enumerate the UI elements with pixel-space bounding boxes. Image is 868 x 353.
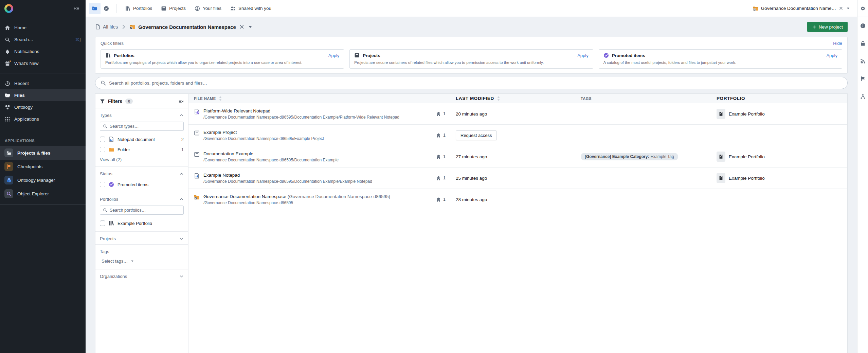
tab-your-files[interactable]: Your files: [190, 0, 226, 17]
select-tags-dropdown[interactable]: Select tags…: [95, 255, 188, 269]
sidebar-item-home[interactable]: Home: [0, 22, 86, 34]
tab-portfolios[interactable]: Portfolios: [121, 0, 157, 17]
files-view-button[interactable]: [89, 3, 101, 14]
file-name-link[interactable]: Governance Documentation Namespace (Gove…: [203, 194, 390, 199]
search-icon: [6, 191, 12, 196]
new-project-button[interactable]: New project: [807, 22, 848, 32]
filter-option-notepad-document[interactable]: Notepad document 2: [95, 134, 188, 144]
portfolio-link[interactable]: Example Portfolio: [717, 152, 847, 162]
folder-icon: [92, 6, 97, 11]
sidebar-app-object-explorer[interactable]: Object Explorer: [0, 187, 86, 200]
column-header-last-modified[interactable]: LAST MODIFIED: [456, 96, 581, 101]
types-search-input[interactable]: [110, 124, 181, 129]
portfolio-link[interactable]: Example Portfolio: [717, 109, 847, 119]
filter-section-organizations[interactable]: Organizations: [95, 269, 188, 282]
sidebar-app-checkpoints[interactable]: Checkpoints: [0, 160, 86, 173]
filter-section-status[interactable]: Status: [95, 167, 188, 179]
request-access-button[interactable]: Request access: [456, 130, 497, 140]
tab-shared-with-you[interactable]: Shared with you: [226, 0, 276, 17]
collapse-filters-icon[interactable]: [179, 99, 184, 104]
sidebar-item-ontology[interactable]: Ontology: [0, 101, 86, 113]
breadcrumb-current[interactable]: Governance Documentation Namespace: [129, 24, 236, 30]
quick-filter-card-projects[interactable]: Projects Apply Projects are secure conta…: [349, 49, 593, 69]
approvals-button[interactable]: [101, 3, 112, 14]
quick-filter-card-promoted[interactable]: Promoted items Apply A catalog of the mo…: [599, 49, 842, 69]
sidebar-item-label: Recent: [14, 81, 29, 86]
table-row[interactable]: Platform-Wide Relevant Notepad /Governan…: [188, 103, 847, 125]
tab-label: Shared with you: [238, 6, 271, 11]
global-search-bar[interactable]: [95, 77, 848, 89]
chevron-up-icon: [179, 172, 184, 176]
column-header-file-name[interactable]: FILE NAME: [188, 96, 436, 101]
file-name-link[interactable]: Documentation Example: [203, 151, 339, 156]
close-icon[interactable]: [239, 24, 245, 30]
quick-filter-card-portfolios[interactable]: Portfolios Apply Portfolios are grouping…: [101, 49, 344, 69]
apply-link[interactable]: Apply: [328, 53, 340, 58]
table-row[interactable]: Governance Documentation Namespace (Gove…: [188, 189, 847, 210]
sidebar-app-ontology-manager[interactable]: Ontology Manager: [0, 173, 86, 187]
clear-icon[interactable]: [839, 6, 843, 11]
table-row[interactable]: Example Project /Governance Documentatio…: [188, 125, 847, 146]
filter-option-folder[interactable]: Folder 1: [95, 144, 188, 155]
sidebar-item-files[interactable]: Files: [0, 89, 86, 101]
gear-icon[interactable]: [860, 6, 866, 11]
apply-link[interactable]: Apply: [826, 53, 837, 58]
types-search[interactable]: [100, 122, 184, 131]
filter-section-projects[interactable]: Projects: [95, 232, 188, 244]
checkbox[interactable]: [100, 182, 105, 187]
column-header-tags: TAGS: [581, 96, 717, 101]
search-input[interactable]: [109, 81, 842, 86]
foundry-logo-icon[interactable]: [4, 4, 13, 13]
promoted-badge-icon: [603, 53, 609, 58]
checkpoints-rail-button[interactable]: [857, 70, 868, 88]
lineage-rail-button[interactable]: [857, 88, 868, 105]
checkbox[interactable]: [100, 220, 105, 226]
book-icon: [719, 154, 723, 159]
caret-down-icon[interactable]: [846, 6, 850, 11]
hide-quick-filters-link[interactable]: Hide: [833, 41, 842, 46]
card-description: Portfolios are groupings of projects whi…: [105, 60, 339, 65]
sidebar-item-recent[interactable]: Recent: [0, 77, 86, 89]
sort-icon[interactable]: [496, 96, 501, 101]
table-header-row: FILE NAME LAST MODIFIED TAGS PORTFOLIO: [188, 94, 847, 103]
checkbox[interactable]: [100, 147, 105, 152]
tab-projects[interactable]: Projects: [157, 0, 190, 17]
caret-down-icon: [130, 259, 134, 263]
filter-section-types[interactable]: Types: [95, 108, 188, 121]
browser-panel: Filters 0 Types Notepad document 2: [95, 93, 848, 353]
breadcrumb-all-files[interactable]: All files: [95, 24, 118, 30]
view-all-link[interactable]: View all (2): [95, 155, 188, 166]
portfolios-search[interactable]: [100, 206, 184, 215]
building-icon: [436, 111, 441, 117]
checkbox[interactable]: [100, 137, 105, 142]
sidebar-item-whats-new[interactable]: What's New: [0, 57, 86, 69]
sidebar-item-notifications[interactable]: Notifications: [0, 46, 86, 57]
sidebar-item-applications[interactable]: Applications: [0, 113, 86, 125]
namespace-selector[interactable]: Governance Documentation Name…: [753, 6, 852, 11]
file-name-link[interactable]: Example Project: [203, 130, 324, 135]
portfolios-search-input[interactable]: [110, 208, 181, 213]
sidebar-app-projects-files[interactable]: Projects & files: [0, 146, 86, 160]
top-toolbar: Portfolios Projects Your files Shared wi…: [86, 0, 857, 17]
sidebar-collapse-icon[interactable]: [74, 6, 79, 11]
file-name-link[interactable]: Platform-Wide Relevant Notepad: [203, 108, 399, 113]
filter-option-promoted-items[interactable]: Promoted items: [95, 179, 188, 192]
sidebar-item-label: Search…: [14, 37, 33, 42]
sort-icon[interactable]: [218, 96, 223, 101]
file-name-link[interactable]: Example Notepad: [203, 173, 372, 178]
filter-section-portfolios[interactable]: Portfolios: [95, 192, 188, 205]
file-path: /Governance Documentation Namespace-d865…: [203, 158, 339, 162]
table-row[interactable]: Example Notepad /Governance Documentatio…: [188, 167, 847, 189]
info-rail-button[interactable]: [857, 17, 868, 35]
portfolio-tile: [717, 109, 725, 119]
table-row[interactable]: Documentation Example /Governance Docume…: [188, 146, 847, 167]
apply-link[interactable]: Apply: [577, 53, 589, 58]
feed-icon: [860, 58, 866, 64]
tag-pill[interactable]: [Governance] Example Category: Example T…: [581, 153, 678, 160]
activity-rail-button[interactable]: [857, 52, 868, 70]
filter-option-example-portfolio[interactable]: Example Portfolio: [95, 218, 188, 231]
security-rail-button[interactable]: [857, 35, 868, 52]
caret-down-icon[interactable]: [248, 24, 253, 30]
portfolio-link[interactable]: Example Portfolio: [717, 173, 847, 183]
sidebar-item-search[interactable]: Search… ⌘J: [0, 34, 86, 46]
